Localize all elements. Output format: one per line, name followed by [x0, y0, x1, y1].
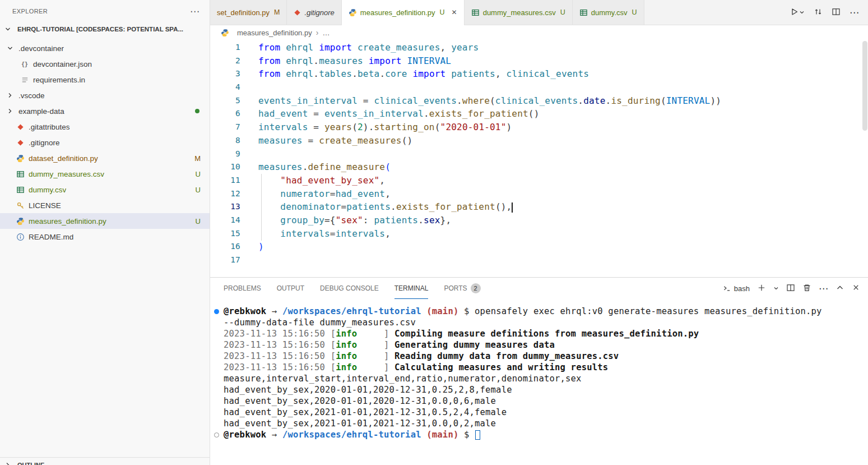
tree-item-dataset_definition.py[interactable]: dataset_definition.pyM	[0, 150, 210, 166]
line-number: 10	[210, 160, 240, 174]
tree-item-LICENSE[interactable]: LICENSE	[0, 197, 210, 213]
tab-.gitignore[interactable]: .gitignore	[287, 0, 341, 25]
terminal-cursor	[475, 430, 480, 440]
line-number: 8	[210, 134, 240, 148]
code-line-4[interactable]	[258, 81, 868, 94]
command-decoration-icon[interactable]	[214, 432, 219, 438]
tree-item-.gitignore[interactable]: .gitignore	[0, 135, 210, 150]
maximize-panel-button[interactable]	[835, 283, 844, 294]
file-name: devcontainer.json	[33, 60, 92, 68]
caret-down-icon	[799, 8, 805, 17]
panel-tab-ports[interactable]: PORTS2	[444, 278, 480, 299]
code-lines: from ehrql import create_measures, years…	[244, 40, 868, 277]
terminal-line-10: had_event_by_sex,2021-01-01,2021-12-31,0…	[210, 407, 868, 418]
file-name: .devcontainer	[18, 44, 64, 53]
panel-more-actions-button[interactable]: ⋯	[819, 284, 828, 293]
outline-label: OUTLINE	[17, 462, 44, 465]
tree-item-requirements.in[interactable]: requirements.in	[0, 72, 210, 88]
kill-terminal-button[interactable]	[802, 283, 811, 294]
code-line-14[interactable]: group_by={"sex": patients.sex},	[258, 214, 868, 227]
line-number: 9	[210, 148, 240, 161]
code-line-2[interactable]: from ehrql.measures import INTERVAL	[258, 54, 868, 68]
tree-item-devcontainer.json[interactable]: {}devcontainer.json	[0, 56, 210, 72]
code-line-7[interactable]: intervals = years(2).starting_on("2020-0…	[258, 121, 868, 134]
code-line-11[interactable]: "had_event_by_sex",	[258, 174, 868, 187]
command-decoration-icon[interactable]	[214, 309, 219, 314]
close-icon[interactable]: ✕	[452, 8, 457, 16]
panel-tab-output[interactable]: OUTPUT	[277, 278, 304, 299]
chevron-down-icon	[4, 44, 16, 53]
python-icon	[349, 8, 357, 17]
file-name: example-data	[18, 107, 64, 116]
indent-guide	[261, 174, 262, 241]
chevron-down-icon	[2, 25, 13, 34]
tab-dummy.csv[interactable]: dummy.csvU	[573, 0, 644, 25]
more-actions-button[interactable]: ⋯	[850, 8, 859, 17]
panel-tab-problems[interactable]: PROBLEMS	[224, 278, 261, 299]
file-name: dataset_definition.py	[29, 154, 98, 163]
tree-item-dummy_measures.csv[interactable]: dummy_measures.csvU	[0, 166, 210, 182]
tree-item-README.md[interactable]: README.md	[0, 229, 210, 245]
git-icon	[15, 122, 26, 131]
code-line-1[interactable]: from ehrql import create_measures, years	[258, 41, 868, 54]
tree-item-dummy.csv[interactable]: dummy.csvU	[0, 182, 210, 197]
tab-set_definition.py[interactable]: set_definition.pyM	[210, 0, 287, 25]
line-number: 5	[210, 94, 240, 108]
code-line-3[interactable]: from ehrql.tables.beta.core import patie…	[258, 67, 868, 81]
open-changes-button[interactable]	[814, 7, 823, 18]
file-name: requirements.in	[33, 76, 85, 84]
tree-item-example-data[interactable]: example-data	[0, 103, 210, 119]
tree-item-.vscode[interactable]: .vscode	[0, 88, 210, 103]
panel-tab-label: OUTPUT	[277, 284, 304, 292]
split-terminal-button[interactable]	[786, 283, 795, 294]
tree-item-measures_definition.py[interactable]: measures_definition.pyU	[0, 213, 210, 229]
close-panel-button[interactable]	[852, 283, 860, 293]
tab-dummy_measures.csv[interactable]: dummy_measures.csvU	[465, 0, 573, 25]
code-line-5[interactable]: events_in_interval = clinical_events.whe…	[258, 94, 868, 108]
breadcrumb-symbol[interactable]: …	[322, 29, 329, 37]
code-line-16[interactable]: )	[258, 240, 868, 254]
run-python-file-button[interactable]	[790, 7, 805, 18]
panel-tab-label: DEBUG CONSOLE	[320, 284, 379, 292]
split-icon	[832, 7, 841, 18]
explorer-header: EXPLORER ⋯	[0, 0, 210, 22]
panel-tab-terminal[interactable]: TERMINAL	[394, 278, 429, 299]
scrollbar-thumb[interactable]	[862, 41, 867, 131]
code-line-17[interactable]	[258, 254, 868, 267]
line-number: 12	[210, 187, 240, 201]
split-editor-button[interactable]	[832, 7, 841, 18]
code-line-6[interactable]: had_event = events_in_interval.exists_fo…	[258, 107, 868, 121]
file-name: LICENSE	[29, 201, 61, 210]
terminal-line-2: --dummy-data-file dummy_measures.csv	[210, 317, 868, 328]
tab-label: dummy.csv	[591, 8, 628, 17]
code-editor[interactable]: 1234567891011121314151617 from ehrql imp…	[210, 40, 868, 277]
terminal-line-6: 2023-11-13 15:16:50 [info ] Calculating …	[210, 362, 868, 373]
launch-profile-button[interactable]	[773, 284, 779, 293]
code-line-15[interactable]: intervals=intervals,	[258, 227, 868, 241]
new-terminal-button[interactable]	[757, 283, 766, 294]
editor-scrollbar[interactable]	[862, 40, 868, 277]
code-line-13[interactable]: denominator=patients.exists_for_patient(…	[258, 200, 868, 214]
terminal-shell-selector[interactable]: bash	[723, 284, 750, 293]
panel-tab-debug-console[interactable]: DEBUG CONSOLE	[320, 278, 379, 299]
tree-item-.devcontainer[interactable]: .devcontainer	[0, 40, 210, 56]
tab-measures_definition.py[interactable]: measures_definition.pyU✕	[342, 0, 465, 25]
code-line-12[interactable]: numerator=had_event,	[258, 187, 868, 201]
terminal[interactable]: @rebkwok → /workspaces/ehrql-tutorial (m…	[210, 299, 868, 465]
git-icon	[15, 138, 26, 147]
breadcrumb-file[interactable]: measures_definition.py	[237, 29, 312, 37]
tab-label: set_definition.py	[217, 8, 270, 17]
outline-section-header[interactable]: OUTLINE	[0, 457, 210, 465]
csv-icon	[471, 8, 480, 17]
workspace-root-header[interactable]: EHRQL-TUTORIAL [CODESPACES: POTENTIAL SP…	[0, 22, 210, 36]
code-line-10[interactable]: measures.define_measure(	[258, 160, 868, 174]
compare-icon	[814, 7, 823, 18]
tree-item-.gitattributes[interactable]: .gitattributes	[0, 119, 210, 135]
terminal-icon	[723, 284, 731, 293]
shell-label: bash	[734, 284, 750, 293]
tab-label: measures_definition.py	[360, 8, 435, 17]
explorer-more-actions-button[interactable]: ⋯	[190, 7, 199, 16]
chevron-right-icon	[4, 107, 16, 116]
code-line-8[interactable]: measures = create_measures()	[258, 134, 868, 148]
code-line-9[interactable]	[258, 148, 868, 161]
